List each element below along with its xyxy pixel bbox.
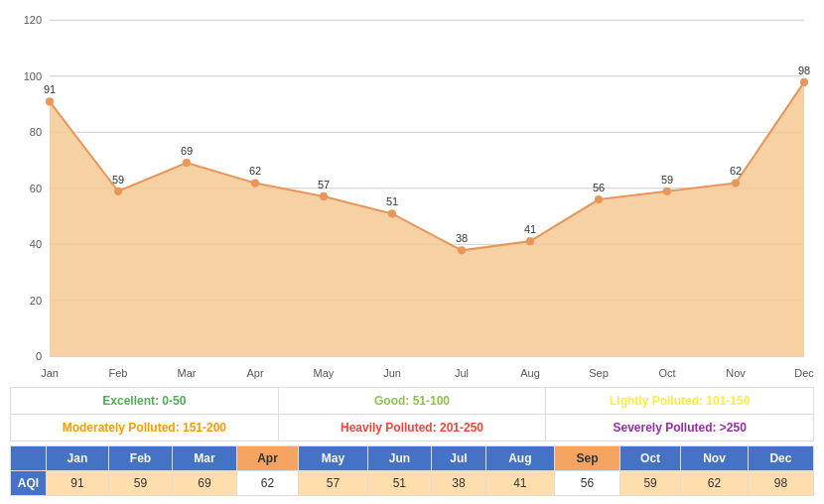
label-sep: 56: [593, 182, 605, 193]
y-label-80: 80: [30, 126, 42, 138]
dot-apr: [251, 179, 259, 187]
th-jun: Jun: [367, 446, 431, 471]
table-aqi-row: AQI 91 59 69 62 57 51 38 41 56 59 62 98: [11, 471, 814, 496]
y-label-20: 20: [30, 295, 42, 307]
th-jul: Jul: [432, 446, 486, 471]
dot-may: [320, 192, 328, 200]
label-nov: 62: [730, 165, 742, 177]
legend-good: Good: 51-100: [279, 388, 547, 414]
table-corner: [11, 446, 47, 471]
y-label-120: 120: [24, 14, 42, 26]
label-dec: 98: [798, 64, 810, 76]
legend-excellent: Excellent: 0-50: [11, 388, 279, 414]
dot-oct: [663, 188, 671, 195]
dot-sep: [595, 195, 603, 203]
label-apr: 62: [249, 165, 261, 177]
x-label-apr: Apr: [246, 367, 263, 379]
x-label-aug: Aug: [520, 367, 540, 379]
th-nov: Nov: [681, 446, 749, 471]
val-aug: 41: [485, 471, 554, 496]
dot-jan: [46, 97, 54, 105]
th-may: May: [299, 446, 367, 471]
legend-severely-label: Severely Polluted: >250: [613, 421, 746, 435]
label-jun: 51: [386, 195, 398, 207]
dot-mar: [183, 159, 191, 167]
chart-area: 0 20 40 60 80 100 120: [10, 10, 814, 387]
th-mar: Mar: [173, 446, 236, 471]
y-label-60: 60: [30, 183, 42, 194]
val-nov: 62: [681, 471, 749, 496]
dot-dec: [800, 78, 808, 86]
legend-severely: Severely Polluted: >250: [546, 415, 813, 441]
th-dec: Dec: [748, 446, 813, 471]
label-aug: 41: [524, 223, 536, 235]
dot-aug: [526, 237, 534, 245]
val-jun: 51: [367, 471, 431, 496]
th-oct: Oct: [620, 446, 681, 471]
val-dec: 98: [748, 471, 813, 496]
label-feb: 59: [112, 173, 124, 185]
y-label-40: 40: [30, 238, 42, 250]
x-label-jun: Jun: [383, 367, 401, 379]
legend-good-label: Good: 51-100: [374, 394, 450, 408]
val-mar: 69: [173, 471, 236, 496]
label-jul: 38: [456, 232, 468, 244]
dot-nov: [732, 179, 740, 187]
data-table: Jan Feb Mar Apr May Jun Jul Aug Sep Oct …: [10, 445, 814, 496]
x-label-nov: Nov: [726, 367, 746, 379]
legend-section: Excellent: 0-50 Good: 51-100 Lightly Pol…: [10, 387, 814, 441]
th-sep: Sep: [554, 446, 619, 471]
val-may: 57: [299, 471, 367, 496]
th-aug: Aug: [485, 446, 554, 471]
legend-excellent-label: Excellent: 0-50: [102, 394, 186, 408]
label-mar: 69: [181, 145, 193, 157]
aqi-row-label: AQI: [11, 471, 47, 496]
legend-moderate-label: Moderately Polluted: 151-200: [63, 421, 226, 435]
label-may: 57: [318, 179, 330, 190]
legend-heavily-label: Heavily Polluted: 201-250: [341, 421, 483, 435]
val-jul: 38: [432, 471, 486, 496]
legend-lightly: Lightly Polluted: 101-150: [546, 388, 813, 414]
val-sep: 56: [554, 471, 619, 496]
dot-feb: [114, 188, 122, 195]
x-label-dec: Dec: [794, 367, 814, 379]
dot-jul: [458, 246, 466, 254]
val-jan: 91: [47, 471, 109, 496]
x-label-mar: Mar: [178, 367, 197, 379]
x-label-may: May: [314, 367, 335, 379]
th-feb: Feb: [108, 446, 172, 471]
label-oct: 59: [661, 173, 673, 185]
legend-row-1: Excellent: 0-50 Good: 51-100 Lightly Pol…: [11, 388, 813, 415]
y-label-0: 0: [36, 350, 42, 362]
dot-jun: [388, 209, 396, 217]
legend-heavily: Heavily Polluted: 201-250: [279, 415, 547, 441]
table-header-row: Jan Feb Mar Apr May Jun Jul Aug Sep Oct …: [11, 446, 814, 471]
legend-row-2: Moderately Polluted: 151-200 Heavily Pol…: [11, 415, 813, 441]
th-apr: Apr: [236, 446, 299, 471]
x-label-feb: Feb: [109, 367, 128, 379]
x-label-jan: Jan: [41, 367, 59, 379]
area-fill: [50, 82, 804, 356]
main-chart-svg: 0 20 40 60 80 100 120: [10, 10, 814, 387]
val-feb: 59: [108, 471, 172, 496]
x-label-oct: Oct: [658, 367, 676, 379]
th-jan: Jan: [47, 446, 109, 471]
label-jan: 91: [44, 83, 56, 95]
x-label-sep: Sep: [589, 367, 609, 379]
legend-moderate: Moderately Polluted: 151-200: [11, 415, 279, 441]
chart-container: 0 20 40 60 80 100 120: [0, 0, 824, 496]
y-label-100: 100: [24, 70, 42, 82]
legend-lightly-label: Lightly Polluted: 101-150: [610, 394, 750, 408]
x-label-jul: Jul: [455, 367, 469, 379]
val-apr: 62: [236, 471, 299, 496]
val-oct: 59: [620, 471, 681, 496]
